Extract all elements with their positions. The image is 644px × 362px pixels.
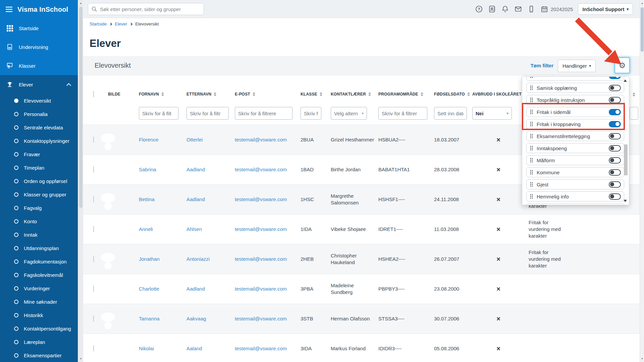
- contacts-icon[interactable]: [488, 5, 496, 13]
- sidebar-item-startside[interactable]: Startside: [0, 19, 78, 38]
- column-setting-item[interactable]: Fritak i kroppsøving: [526, 119, 624, 129]
- global-search[interactable]: [88, 3, 204, 15]
- filter-fodselsdato-input[interactable]: [434, 107, 467, 120]
- column-toggle[interactable]: [609, 85, 621, 91]
- drag-handle-icon[interactable]: [530, 194, 533, 199]
- panel-scrollbar-thumb[interactable]: [624, 144, 628, 175]
- sidebar-subitem[interactable]: Utdanningsplan: [0, 241, 78, 255]
- column-setting-item[interactable]: Hemmelig info: [526, 191, 624, 201]
- sidebar-subitem[interactable]: Læreplan: [0, 335, 78, 349]
- sidebar-subitem[interactable]: Personalia: [0, 107, 78, 121]
- drag-handle-icon[interactable]: [530, 146, 533, 150]
- column-setting-item[interactable]: Samisk opplæring: [526, 83, 624, 93]
- column-setting-item[interactable]: Eksamenstilrettelegging: [526, 131, 624, 141]
- last-name-link[interactable]: Antoniazzi: [186, 256, 235, 262]
- sidebar-subitem[interactable]: Klasser og grupper: [0, 188, 78, 201]
- page-scrollbar[interactable]: ▲ ▼: [640, 0, 644, 362]
- filter-kontaktlaerer-select[interactable]: Velg altern▾: [331, 107, 367, 120]
- column-toggle[interactable]: [609, 109, 621, 115]
- column-setting-item[interactable]: Inntakspoeng: [526, 143, 624, 153]
- drag-handle-icon[interactable]: [530, 76, 533, 78]
- breadcrumb-link-elever[interactable]: Elever: [115, 21, 127, 26]
- email-link[interactable]: testemail@vsware.com: [235, 315, 301, 322]
- column-setting-item[interactable]: Fritak i sidemål: [526, 107, 624, 117]
- email-link[interactable]: testemail@vsware.com: [235, 136, 301, 143]
- chevron-up-icon[interactable]: [66, 83, 71, 88]
- first-name-link[interactable]: Jonathan: [139, 256, 186, 262]
- row-checkbox[interactable]: [93, 226, 94, 232]
- first-name-link[interactable]: Sabrina: [139, 166, 186, 173]
- mail-icon[interactable]: [514, 5, 522, 13]
- sidebar-subitem[interactable]: Historikk: [0, 308, 78, 322]
- sidebar-subitem[interactable]: Sentrale elevdata: [0, 121, 78, 134]
- drag-handle-icon[interactable]: [530, 134, 533, 138]
- column-setting-item[interactable]: Målform: [526, 155, 624, 165]
- sidebar-scrollbar-thumb[interactable]: [79, 7, 83, 208]
- sidebar-subitem[interactable]: Eksamenspartier: [0, 349, 78, 362]
- mobile-phone-icon[interactable]: [527, 5, 535, 13]
- first-name-link[interactable]: Charlotte: [139, 286, 186, 292]
- sort-icon[interactable]: [368, 92, 371, 96]
- row-checkbox[interactable]: [93, 286, 94, 292]
- first-name-link[interactable]: Tamanna: [139, 315, 186, 322]
- sidebar-scrollbar[interactable]: ▲ ▼: [78, 0, 83, 362]
- notifications-bell-icon[interactable]: [501, 5, 509, 13]
- email-link[interactable]: testemail@vsware.com: [235, 196, 301, 203]
- drag-handle-icon[interactable]: [530, 158, 533, 163]
- last-name-link[interactable]: Aadland: [186, 286, 235, 292]
- column-toggle[interactable]: [609, 145, 621, 152]
- sort-icon[interactable]: [320, 92, 322, 96]
- column-setting-item[interactable]: Tospråklig instruksjon: [526, 95, 624, 105]
- sidebar-subitem[interactable]: Inntak: [0, 228, 78, 241]
- sidebar-subitem[interactable]: Mine søknader: [0, 295, 78, 308]
- column-toggle[interactable]: [609, 76, 621, 79]
- sidebar-item-undervisning[interactable]: Undervisning: [0, 38, 78, 56]
- drag-handle-icon[interactable]: [530, 98, 533, 102]
- row-checkbox[interactable]: [93, 345, 94, 352]
- row-checkbox[interactable]: [93, 315, 94, 322]
- filter-fornavn-input[interactable]: [139, 107, 178, 120]
- last-name-link[interactable]: Aadland: [186, 196, 235, 203]
- sidebar-subitem[interactable]: Orden og oppførsel: [0, 174, 78, 188]
- panel-scroll-down-icon[interactable]: [624, 200, 627, 202]
- actions-button[interactable]: Handlinger ▾: [558, 60, 596, 72]
- sort-icon[interactable]: [214, 92, 216, 96]
- scroll-down-icon[interactable]: ▼: [640, 357, 644, 360]
- clear-filter-link[interactable]: Tøm filter: [531, 63, 553, 68]
- drag-handle-icon[interactable]: [530, 122, 533, 126]
- search-input[interactable]: [100, 6, 200, 12]
- column-toggle[interactable]: [609, 169, 621, 176]
- sidebar-item-klasser[interactable]: Klasser: [0, 56, 78, 75]
- select-all-checkbox[interactable]: [93, 91, 94, 97]
- email-link[interactable]: testemail@vsware.com: [235, 226, 301, 233]
- sort-icon[interactable]: [253, 92, 255, 96]
- sidebar-section-header-elever[interactable]: Elever: [0, 75, 78, 94]
- sort-icon[interactable]: [421, 92, 423, 96]
- email-link[interactable]: testemail@vsware.com: [235, 256, 301, 262]
- sidebar-subitem[interactable]: Elevoversikt: [0, 94, 78, 107]
- last-name-link[interactable]: Ahlsen: [186, 226, 235, 233]
- column-setting-item[interactable]: Gjest: [526, 179, 624, 189]
- sidebar-subitem[interactable]: Fagskolevitnemål: [0, 268, 78, 282]
- column-toggle[interactable]: [609, 193, 621, 200]
- filter-klasse-input[interactable]: [301, 107, 321, 120]
- row-checkbox[interactable]: [93, 196, 94, 202]
- page-scrollbar-thumb[interactable]: [641, 7, 644, 52]
- school-year[interactable]: 20242025: [540, 5, 573, 13]
- panel-scroll-up-icon[interactable]: [624, 79, 627, 82]
- column-setting-item[interactable]: [526, 203, 624, 205]
- sort-icon[interactable]: [467, 92, 470, 96]
- last-name-link[interactable]: Aakvaag: [186, 315, 235, 322]
- drag-handle-icon[interactable]: [530, 85, 533, 90]
- email-link[interactable]: testemail@vsware.com: [235, 286, 301, 292]
- email-link[interactable]: testemail@vsware.com: [235, 345, 301, 352]
- help-icon[interactable]: ?: [475, 5, 483, 13]
- scroll-down-icon[interactable]: ▼: [78, 357, 84, 360]
- hidden-column-sort-icon[interactable]: [633, 93, 635, 97]
- filter-etternavn-input[interactable]: [186, 107, 229, 120]
- filter-epost-input[interactable]: [235, 107, 292, 120]
- hamburger-menu-icon[interactable]: [5, 6, 13, 13]
- sort-icon[interactable]: [161, 92, 164, 96]
- user-menu-button[interactable]: InSchool Support ▾: [578, 3, 633, 15]
- first-name-link[interactable]: Florence: [139, 136, 186, 143]
